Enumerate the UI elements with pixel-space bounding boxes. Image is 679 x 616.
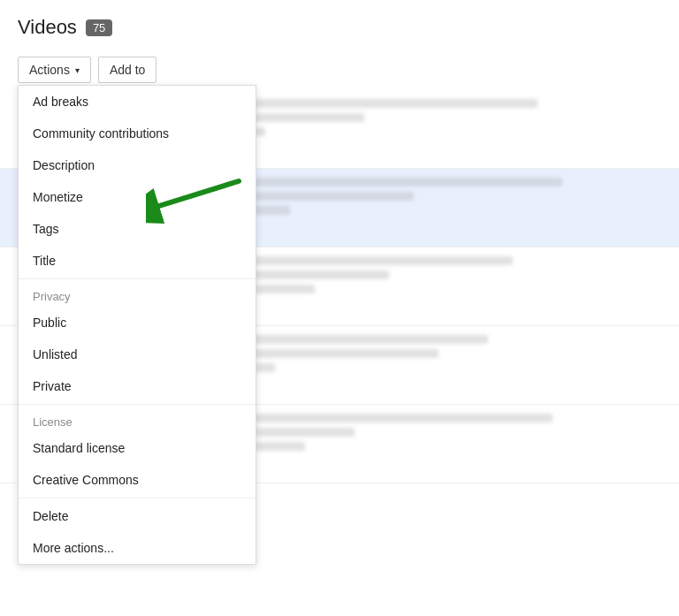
dropdown-item-standard-license[interactable]: Standard license <box>19 432 256 464</box>
dropdown-item-more-actions[interactable]: More actions... <box>19 532 256 564</box>
header: Videos 75 <box>0 0 679 49</box>
dropdown-item-ad-breaks[interactable]: Ad breaks <box>19 86 256 118</box>
dropdown-item-tags[interactable]: Tags <box>19 213 256 245</box>
toolbar: Actions ▾ Add to Ad breaks Community con… <box>0 49 679 90</box>
dropdown-item-unlisted[interactable]: Unlisted <box>19 338 256 370</box>
dropdown-item-title[interactable]: Title <box>19 245 256 277</box>
divider-delete <box>19 498 256 498</box>
dropdown-item-delete[interactable]: Delete <box>19 500 256 532</box>
page-title: Videos <box>18 16 77 39</box>
divider-privacy <box>19 278 256 279</box>
license-section-label: License <box>19 407 256 432</box>
dropdown-caret-icon: ▾ <box>75 65 80 75</box>
dropdown-item-description[interactable]: Description <box>19 149 256 181</box>
privacy-section-label: Privacy <box>19 281 256 307</box>
divider-license <box>19 404 256 405</box>
add-to-button[interactable]: Add to <box>98 57 156 83</box>
dropdown-item-public[interactable]: Public <box>19 307 256 338</box>
actions-label: Actions <box>29 63 70 77</box>
actions-dropdown-menu: Ad breaks Community contributions Descri… <box>18 85 256 565</box>
page: Videos 75 Actions ▾ Add to Ad breaks Com… <box>0 0 679 616</box>
dropdown-item-monetize[interactable]: Monetize <box>19 181 256 213</box>
actions-button[interactable]: Actions ▾ <box>18 57 91 83</box>
dropdown-item-creative-commons[interactable]: Creative Commons <box>19 464 256 496</box>
video-count-badge: 75 <box>86 19 112 36</box>
dropdown-item-community-contributions[interactable]: Community contributions <box>19 118 256 149</box>
dropdown-item-private[interactable]: Private <box>19 370 256 402</box>
add-to-label: Add to <box>110 63 145 77</box>
